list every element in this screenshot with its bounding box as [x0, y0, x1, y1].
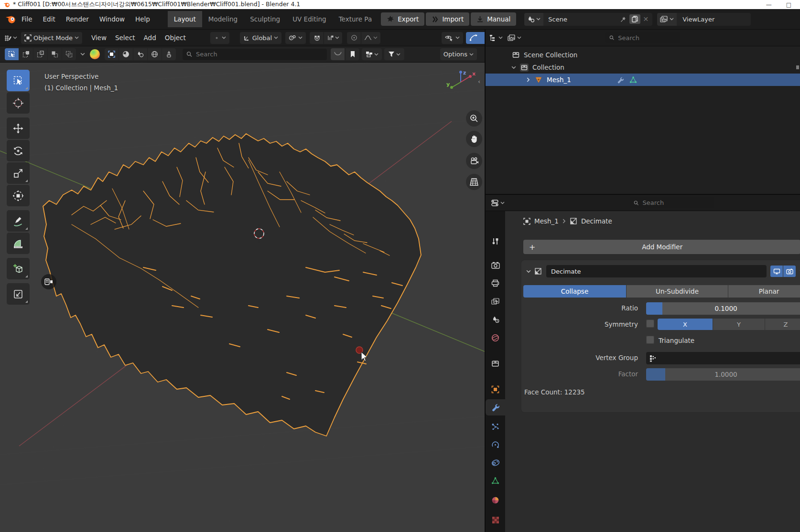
show-in-viewport-toggle[interactable]: [770, 266, 783, 277]
outliner-editor-type-button[interactable]: [489, 34, 503, 42]
outliner-search[interactable]: [605, 32, 680, 43]
minimize-button[interactable]: —: [766, 1, 772, 8]
new-scene-button[interactable]: [629, 14, 640, 24]
outliner-row-scene-collection[interactable]: Scene Collection: [486, 49, 800, 61]
collection-label[interactable]: Collection: [532, 64, 564, 71]
axis-y-button[interactable]: Y: [713, 319, 765, 330]
expand-chevron-icon[interactable]: [511, 66, 516, 69]
symmetry-checkbox[interactable]: [646, 319, 654, 328]
tab-material[interactable]: [486, 492, 505, 508]
collection-visibility-dropdown[interactable]: [362, 48, 382, 60]
select-mode-intersect[interactable]: [62, 48, 76, 60]
editor-type-button[interactable]: [4, 34, 17, 42]
transform-orientation-dropdown[interactable]: Global: [240, 32, 281, 44]
outliner-row-mesh[interactable]: Mesh_1: [486, 74, 800, 86]
tool-move[interactable]: [7, 117, 30, 139]
tool-annotate[interactable]: [7, 210, 30, 232]
outliner-display-mode-dropdown[interactable]: [508, 34, 521, 42]
tool-options-chevron-icon[interactable]: [80, 53, 85, 56]
search-input[interactable]: [195, 50, 323, 58]
menu-window[interactable]: Window: [94, 12, 130, 26]
triangulate-checkbox[interactable]: [646, 336, 654, 344]
maximize-button[interactable]: □: [786, 1, 791, 8]
scene-name[interactable]: Scene: [543, 16, 619, 23]
tab-view-layer[interactable]: [486, 293, 505, 309]
paint-brush-icon[interactable]: [162, 48, 176, 60]
tab-particles[interactable]: [486, 418, 505, 435]
tool-select-box[interactable]: [7, 70, 30, 91]
snap-target-dropdown[interactable]: [324, 32, 342, 44]
rendered-shading-icon[interactable]: [148, 48, 162, 60]
terrain-mesh[interactable]: [43, 134, 421, 436]
tab-collection[interactable]: [486, 355, 505, 372]
proportional-falloff-dropdown[interactable]: [361, 32, 380, 44]
solid-shading-icon[interactable]: [119, 48, 133, 60]
workspace-tab-uv-editing[interactable]: UV Editing: [286, 11, 332, 27]
tab-world[interactable]: [486, 330, 505, 346]
show-in-render-toggle[interactable]: [783, 266, 796, 277]
blender-menu-icon[interactable]: [5, 13, 16, 25]
filter-dropdown[interactable]: [384, 48, 404, 60]
gizmo-toggle[interactable]: [466, 32, 485, 44]
breadcrumb-object[interactable]: Mesh_1: [534, 217, 559, 225]
manual-button[interactable]: Manual: [471, 12, 516, 26]
pan-button[interactable]: [466, 131, 482, 147]
menu-edit[interactable]: Edit: [38, 12, 61, 26]
breadcrumb-modifier[interactable]: Decimate: [581, 217, 612, 225]
vertex-group-field[interactable]: [646, 352, 800, 364]
tool-cursor[interactable]: [7, 92, 30, 114]
tool-measure[interactable]: [7, 233, 30, 254]
curve-falloff-icon[interactable]: [331, 48, 345, 60]
tab-planar[interactable]: Planar: [728, 285, 800, 298]
menu-add[interactable]: Add: [140, 34, 161, 42]
tool-add-cube[interactable]: [7, 258, 30, 279]
menu-object[interactable]: Object: [161, 34, 190, 42]
collapse-chevron-icon[interactable]: [527, 77, 530, 82]
snap-toggle[interactable]: [310, 32, 324, 44]
ratio-slider[interactable]: 0.1000: [646, 302, 800, 315]
tool-search[interactable]: [183, 49, 327, 60]
tool-transform[interactable]: [7, 185, 30, 206]
options-dropdown[interactable]: Options: [440, 48, 477, 60]
scene-collection-label[interactable]: Scene Collection: [524, 51, 577, 59]
workspace-tab-texture-paint[interactable]: Texture Pa: [333, 11, 378, 27]
tab-constraints[interactable]: [486, 455, 505, 471]
pivot-point-dropdown[interactable]: [210, 32, 229, 44]
menu-help[interactable]: Help: [130, 12, 155, 26]
viewport-3d[interactable]: z x y ‹ User Perspective (1) Collection …: [0, 63, 485, 532]
scene-datablock-dropdown[interactable]: [524, 13, 543, 26]
tab-object-data[interactable]: [486, 473, 505, 489]
properties-editor-type-button[interactable]: [491, 199, 505, 207]
tab-physics[interactable]: [486, 436, 505, 453]
outliner-search-input[interactable]: [617, 34, 676, 42]
screencast-keys-widget[interactable]: [41, 274, 56, 289]
tool-rotate[interactable]: [7, 140, 30, 161]
menu-view[interactable]: View: [87, 34, 111, 42]
unlink-scene-icon[interactable]: ✕: [643, 15, 649, 23]
visibility-dropdown[interactable]: [442, 32, 463, 44]
tab-un-subdivide[interactable]: Un-Subdivide: [627, 285, 728, 298]
export-button[interactable]: Export: [381, 12, 424, 26]
workspace-tab-layout[interactable]: Layout: [168, 11, 202, 27]
tab-object[interactable]: [486, 381, 505, 397]
panel-expand-chevron-icon[interactable]: [526, 270, 531, 273]
bookmark-button[interactable]: [346, 48, 359, 60]
workspace-tab-modeling[interactable]: Modeling: [202, 11, 244, 27]
texture-slot-active-icon[interactable]: [105, 48, 119, 60]
menu-select[interactable]: Select: [111, 34, 140, 42]
tab-output[interactable]: [486, 275, 505, 291]
snap-pivot-dropdown[interactable]: [285, 32, 306, 44]
material-preview-icon[interactable]: [133, 48, 147, 60]
axis-z-button[interactable]: Z: [765, 319, 800, 330]
workspace-tab-sculpting[interactable]: Sculpting: [244, 11, 286, 27]
properties-search-input[interactable]: [641, 199, 710, 207]
viewlayer-dropdown[interactable]: [657, 13, 677, 26]
menu-render[interactable]: Render: [61, 12, 94, 26]
viewlayer-name[interactable]: ViewLayer: [677, 16, 720, 23]
select-mode-extend[interactable]: [19, 48, 33, 60]
modifier-name-field[interactable]: Decimate: [546, 265, 767, 277]
zoom-button[interactable]: [466, 110, 482, 127]
select-mode-invert[interactable]: [48, 48, 62, 60]
tab-scene[interactable]: [486, 311, 505, 328]
pin-icon[interactable]: [619, 16, 627, 23]
